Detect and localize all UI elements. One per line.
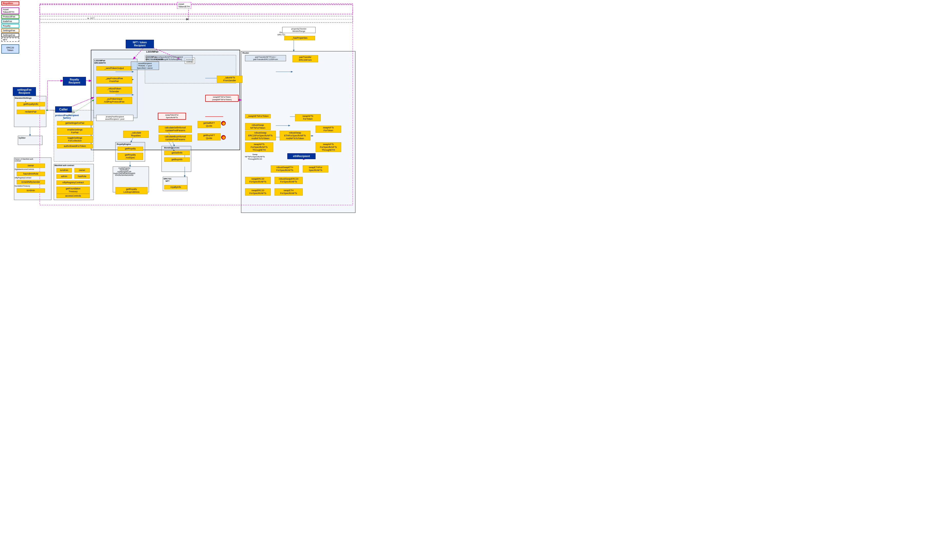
has-admin-role: hasAdminRole [17,172,45,176]
asset-recipient-trade: assetRecipientTRADE -> poolSpecified / o… [131,62,159,70]
svg-line-35 [131,137,133,142]
get-royalty-and-spec: getRoyaltyAndSpec [117,153,143,160]
swap-nfts-specific-through-eth-right: swapNFTsForSpecificNFTsThroughETH [315,142,341,152]
swap-token-for-specific[interactable]: swapTokenForSpecificNFTs [158,113,186,120]
splitter-label: Splitter [19,137,26,139]
royalty-info: royaltyInfo [164,185,187,189]
swap-erc20-specific-1: swapERC20ForSpecificNFTs [245,177,271,184]
get-royalty-lookup: getRoyaltyLookupAddress [116,187,148,194]
diagram-container: Royalties AssetToken/ETH ProtocolFee tra… [0,0,359,218]
swap-nfts-for-token[interactable]: swapNFTsForToken(swapNFTsForToken) [205,95,239,102]
get-buy-info: getBuyInfo [164,157,190,162]
swap-erc20-specific-2: swapERC20ForSpecificNFTs [245,188,271,195]
nifty-registry-label: niftyRegistryContract [15,177,31,178]
legend-erc20: ERC20Token [1,44,19,54]
asset-token-eth-top: AssetToken/ETH [177,2,191,9]
legend-royalty: Royalty [1,24,19,28]
swap-nfts-for-token-far: swapNFTsForToken [315,126,341,133]
has-role: hasRole [74,174,90,178]
lssvm-pair-erc20-label: LSSVMPairERC20/ETH [94,60,106,64]
lssvm-pair-erc721-label: LSSVMPairERC721/ERC1155 [146,56,163,60]
nifty-registry2: niftyRegistryContract [56,180,90,185]
auth-allowed: authAllowedForToken [57,144,93,148]
eth-recipient: ethRecipient [287,153,315,159]
circle-inner-2 [222,136,225,139]
swap-eth-specific-2: swapETHForSpecificNFTs [275,188,303,195]
is-admin-node: isAdmin [17,188,45,193]
legend-trade-fee: tradeFee [1,19,19,23]
access-controls: accessControls [56,194,90,198]
swap-through-erc20-label: SwapNFTsForSpecificNFTsThroughERC20 [245,153,265,160]
erc721-nft-label: ERC721NFT [164,178,171,182]
pair-transfer-erc20: pairTransferERC20From [292,55,318,62]
manifold-auth-label: /Manifold auth contract [54,165,74,166]
get-royalty: getRoyalty [117,146,143,151]
owner-manifold-label: Owner of Manifold authcontract [15,158,33,162]
trade-fee-recipient: (trade)FeeRecipientassetRecipient / pool [96,115,133,121]
refund-token: _refundTokenToSender [96,87,132,94]
legend-settings-fee-1: SettingsFee [1,28,19,32]
protocol-fee-recipient: protocolFeeRecipientfactory [55,114,79,119]
calculate-buy-info: calculateBuyInfoAndUpdatePoolParams [159,135,192,142]
legend-nonreentrant: Royalties [1,1,19,5]
foundation-treasury-label: foundationTreasury [15,185,30,187]
robust-swap-nfts: robustSwapNFTsForToken [245,123,271,130]
pull-token-input: _pullTokenInputAndPayProtocolFee [96,97,132,104]
toggle-settings: toggleSettingsForCollection [57,136,93,143]
royalty-recipient: RoyaltyRecipient [63,77,86,86]
factory-label: Factory [67,111,75,113]
admin-node: admin [56,174,72,178]
legend-nft: NFT [1,38,19,42]
swap-nfts-for-token2: _swapNFTsForToken [245,114,271,118]
settings-fee-recipient: settingsFeeRecipient [13,87,36,96]
get-sell-info: getSellInfo [164,151,190,155]
legend-asset-token: AssetToken/ETH [1,8,19,14]
is-valid-nifty: isValidNiftySender [17,180,45,184]
svg-rect-1 [40,16,353,23]
get-royalty-info: getRoyaltyInfo [17,102,45,106]
get-settings-for-pair: getSettingsForPair [57,121,93,125]
pair-transfer-nft-from: pairTransferNFTFrom /pairTransferERC1155… [245,55,286,61]
standard-settings-label: StandardSettings [15,97,32,99]
bonding-curves-label: BondingCurves [164,146,179,149]
get-foundation-treasury: getFoundationTreasury [56,186,90,194]
robust-swap-erc20: robustSwapERC20ForSpecificNFTsAndNFTsToT… [245,131,276,140]
is-admin2: isAdmin [56,168,72,172]
svg-rect-0 [40,4,353,14]
send-token-output: _sendTokenOutput [96,66,132,71]
nft-label: ► NFT [87,17,95,20]
robust-swap-eth: robustSwapETHForSpecificNFTsAndNFTsToTok… [279,131,310,140]
calculate-royalties: _calculateRoyalties [123,131,149,138]
robust-swap-erc20-specific: robustSwapERC20ForSpecificNFTs [275,177,303,184]
reclaim-pair: reclaimPair [17,110,45,114]
owner2: owner [74,168,90,172]
get-sell-nft-quote: getSellNFTQuote [198,121,221,128]
digitalax-label: DigitalaxAccessControls [15,168,34,170]
legend-settings-fee-2: SettingsFee [1,33,19,37]
circle-inner-1 [222,122,225,125]
property-checker: propertyCheckerMerkle/Range [282,27,315,33]
enable-settings: enableSettingsForPair [57,128,93,135]
royalty-registry: royaltyRegistrymanifoldxyzroyaltyregistr… [113,167,135,176]
calculate-sell-info: calculateSellInfoAndUpdatePoolParams [159,126,192,133]
router-label: Router [242,52,249,54]
robust-swap-eth-specific: robustSwapETHForSpecificNFTs [271,165,299,172]
owner-node: owner [17,163,45,168]
has-properties: _hasProperties [284,36,315,40]
pay-protocol-fee: _payProtocolFeeFromPair [96,76,132,83]
swap-nfts-for-token-right: swapNFTsForToken [295,114,321,121]
take-nfts-from-sender: _takeNFTsFromSender [217,75,242,83]
swap-nfts-through-eth: swapNFTsForSpecificNFTsThroughETH [245,142,273,152]
royalty-engine-label: RoyaltyEngine [117,143,131,145]
legend: Royalties AssetToken/ETH ProtocolFee tra… [1,1,19,54]
swap-eth-specific: swapETHForSpecificNFTs [303,165,328,172]
legend-protocol-fee: ProtocolFee [1,15,19,19]
lssvm-pair-label: LSSVMPair [146,51,159,53]
nft-token-recipient: NFT / tokenRecipient [126,40,154,48]
get-buy-nft-quote: getBuyNFTQuote [198,133,221,140]
